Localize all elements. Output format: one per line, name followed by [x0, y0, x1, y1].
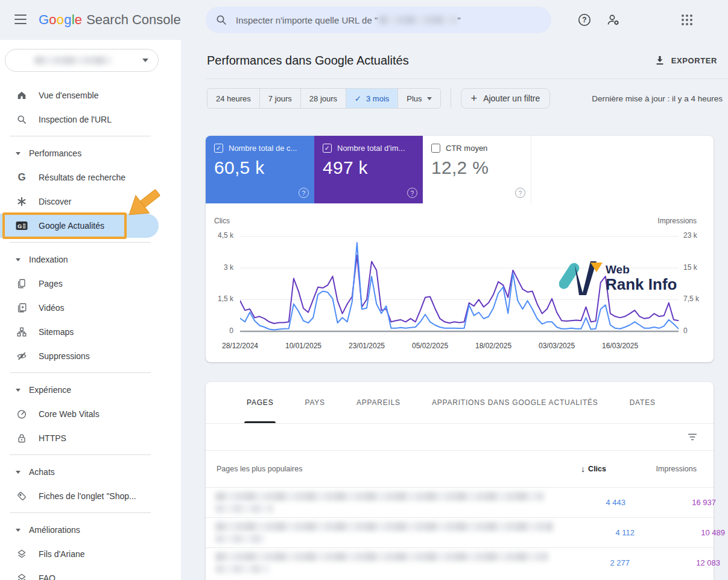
sidebar-item-removals[interactable]: Suppressions [0, 344, 159, 368]
y-tick: 7,5 k [683, 295, 711, 303]
tab-news-appearances[interactable]: APPARITIONS DANS GOOGLE ACTUALITÉS [416, 382, 614, 423]
user-settings-icon[interactable] [605, 11, 622, 28]
sidebar-item-discover[interactable]: Discover [0, 190, 159, 214]
metric-value-clicks: 60,5 k [214, 158, 306, 178]
sidebar-item-google-news[interactable]: G Google Actualités [0, 214, 159, 238]
app-logo[interactable]: Google Search Console [39, 0, 181, 40]
checkbox-checked-icon[interactable]: ✓ [214, 144, 223, 153]
divider [206, 78, 728, 79]
redacted-page-url [215, 552, 548, 573]
google-g-icon: G [16, 171, 28, 183]
tag-icon [16, 490, 28, 502]
svg-text:G: G [17, 223, 22, 229]
chart-x-tick: 28/12/2024 [222, 342, 258, 350]
property-selector[interactable] [5, 49, 159, 72]
sidebar-section-performances[interactable]: Performances [0, 141, 159, 165]
sidebar-item-url-inspection[interactable]: Inspection de l'URL [0, 107, 159, 132]
collapse-arrow-icon [16, 389, 21, 392]
left-axis-title: Clics [214, 217, 230, 225]
svg-text:Rank Info: Rank Info [606, 275, 677, 293]
range-chip-7d[interactable]: 7 jours [259, 88, 301, 109]
help-icon[interactable]: ? [299, 188, 309, 198]
column-header-impressions[interactable]: Impressions [606, 465, 697, 473]
sidebar-item-faq[interactable]: FAQ [0, 566, 159, 580]
table-row[interactable]: 4 443 16 937 [206, 487, 714, 517]
range-chip-more[interactable]: Plus [397, 88, 440, 109]
divider [10, 512, 151, 513]
divider [10, 372, 151, 373]
impressions-value[interactable]: 12 083 [630, 558, 720, 567]
sidebar-nav: Vue d'ensemble Inspection de l'URL Perfo… [0, 83, 181, 580]
chevron-down-icon [142, 59, 148, 62]
tab-dates[interactable]: DATES [614, 382, 671, 423]
y-tick: 0 [206, 327, 233, 335]
sidebar-item-shopping-listings[interactable]: Fiches de l'onglet "Shop... [0, 484, 159, 508]
sidebar-item-videos[interactable]: Vidéos [0, 296, 159, 320]
url-inspection-searchbar[interactable]: Inspecter n'importe quelle URL de "" [206, 7, 551, 33]
sidebar-section-shopping[interactable]: Achats [0, 460, 159, 484]
y-tick: 15 k [683, 263, 711, 272]
sidebar-item-https[interactable]: HTTPS [0, 426, 159, 450]
collapse-arrow-icon [16, 152, 21, 155]
sidebar-item-breadcrumbs[interactable]: Fils d'Ariane [0, 542, 159, 566]
app-name: Search Console [86, 12, 181, 28]
clicks-value[interactable]: 4 112 [553, 528, 635, 537]
right-axis-title: Impressions [650, 217, 697, 225]
help-icon[interactable]: ? [515, 188, 525, 198]
filter-bar: 24 heures 7 jours 28 jours ✓3 mois Plus … [207, 88, 723, 109]
collapse-arrow-icon [16, 529, 21, 532]
help-icon[interactable]: ? [576, 11, 593, 28]
column-header-clicks[interactable]: ↓Clics [525, 464, 606, 474]
range-chip-24h[interactable]: 24 heures [207, 88, 260, 109]
help-icon[interactable]: ? [407, 188, 417, 198]
tab-pages[interactable]: PAGES [231, 382, 289, 423]
google-logo: Google [39, 12, 82, 28]
redacted-page-url [215, 492, 544, 513]
checkbox-checked-icon[interactable]: ✓ [323, 144, 332, 153]
table-filter-row [206, 424, 714, 450]
news-icon: G [16, 220, 28, 232]
sidebar-item-core-web-vitals[interactable]: Core Web Vitals [0, 402, 159, 426]
apps-grid-icon[interactable] [679, 11, 695, 28]
sidebar-item-overview[interactable]: Vue d'ensemble [0, 83, 159, 107]
y-tick: 3 k [206, 263, 233, 272]
search-placeholder: Inspecter n'importe quelle URL de "" [236, 15, 461, 25]
metric-tile-ctr[interactable]: CTR moyen 12,2 % ? [423, 136, 531, 203]
sidebar-section-enhancements[interactable]: Améliorations [0, 518, 159, 542]
sidebar-item-pages[interactable]: Pages [0, 272, 159, 296]
divider [10, 242, 151, 243]
svg-text:Web: Web [606, 263, 630, 276]
checkbox-unchecked-icon[interactable] [431, 144, 440, 153]
chart-x-tick: 23/01/2025 [349, 342, 385, 350]
y-tick: 4,5 k [206, 231, 233, 240]
filter-list-icon[interactable] [687, 432, 698, 442]
export-button[interactable]: EXPORTER [654, 55, 717, 66]
table-row[interactable]: 2 277 12 083 [206, 547, 714, 578]
sidebar-item-sitemaps[interactable]: Sitemaps [0, 320, 159, 344]
y-tick: 0 [683, 327, 711, 335]
impressions-value[interactable]: 16 937 [625, 498, 716, 507]
metric-tiles: ✓Nombre total de c... 60,5 k ? ✓Nombre t… [206, 136, 714, 203]
tab-countries[interactable]: PAYS [289, 382, 340, 423]
divider [451, 89, 451, 108]
menu-icon[interactable] [14, 14, 27, 24]
speedometer-icon [16, 408, 28, 420]
clicks-value[interactable]: 4 443 [544, 498, 625, 507]
pages-icon [16, 278, 28, 290]
tab-devices[interactable]: APPAREILS [341, 382, 416, 423]
sidebar-section-experience[interactable]: Expérience [0, 378, 159, 402]
chart-x-tick: 03/03/2025 [539, 342, 575, 350]
sidebar-item-search-results[interactable]: G Résultats de recherche [0, 165, 159, 190]
column-header-pages[interactable]: Pages les plus populaires [215, 465, 525, 473]
impressions-value[interactable]: 10 489 [635, 528, 725, 537]
metric-tile-impressions[interactable]: ✓Nombre total d'im... 497 k ? [314, 136, 423, 203]
range-chip-3m-selected[interactable]: ✓3 mois [346, 88, 398, 109]
last-update-text: Dernière mise à jour : il y a 4 heures [592, 94, 723, 103]
add-filter-button[interactable]: + Ajouter un filtre [461, 88, 551, 109]
metric-tile-clicks[interactable]: ✓Nombre total de c... 60,5 k ? [206, 136, 314, 203]
clicks-value[interactable]: 2 277 [548, 558, 630, 567]
main-content: Performances dans Google Actualités EXPO… [181, 40, 728, 580]
table-row[interactable]: 4 112 10 489 [206, 517, 714, 547]
sidebar-section-indexation[interactable]: Indexation [0, 247, 159, 272]
range-chip-28d[interactable]: 28 jours [300, 88, 346, 109]
